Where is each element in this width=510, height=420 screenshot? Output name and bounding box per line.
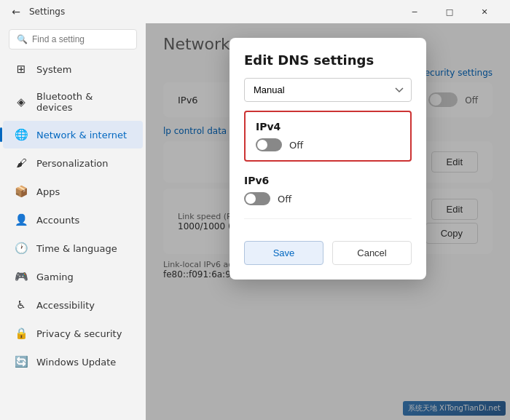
modal-body: IPv4 Off IPv6 Off (230, 111, 426, 241)
modal-footer: Save Cancel (230, 241, 426, 280)
main-layout: 🔍 ⊞ System ◈ Bluetooth & devices 🌐 Netwo… (0, 23, 510, 420)
sidebar-item-time[interactable]: 🕐 Time & language (3, 234, 143, 262)
time-icon: 🕐 (15, 242, 28, 255)
sidebar-item-label: Accessibility (36, 300, 95, 311)
save-button[interactable]: Save (244, 241, 323, 265)
sidebar-item-network[interactable]: 🌐 Network & internet (3, 121, 143, 148)
sidebar-item-update[interactable]: 🔄 Windows Update (3, 348, 143, 376)
close-button[interactable]: ✕ (468, 0, 501, 23)
sidebar-item-personalization[interactable]: 🖌 Personalization (3, 149, 143, 177)
ipv4-toggle[interactable] (256, 138, 282, 151)
ipv6-dns-toggle[interactable] (244, 192, 270, 205)
ipv6-toggle-row: Off (244, 192, 412, 205)
privacy-icon: 🔒 (15, 327, 28, 340)
sidebar-item-privacy[interactable]: 🔒 Privacy & security (3, 320, 143, 347)
search-input[interactable] (32, 34, 129, 44)
sidebar-item-label: Bluetooth & devices (36, 91, 131, 113)
search-box[interactable]: 🔍 (9, 29, 137, 49)
sidebar-item-system[interactable]: ⊞ System (3, 55, 143, 83)
cancel-button[interactable]: Cancel (332, 241, 412, 265)
back-button[interactable]: ← (9, 4, 23, 19)
network-icon: 🌐 (15, 128, 28, 141)
system-icon: ⊞ (15, 63, 28, 76)
sidebar-item-label: Time & language (36, 243, 117, 254)
modal-header: Edit DNS settings Manual Automatic (DHCP… (230, 38, 426, 111)
sidebar-item-accessibility[interactable]: ♿ Accessibility (3, 291, 143, 319)
modal-title: Edit DNS settings (244, 52, 412, 68)
sidebar-item-label: Accounts (36, 215, 79, 226)
sidebar-item-label: Apps (36, 186, 60, 197)
ipv4-toggle-label: Off (289, 140, 303, 151)
app-title: Settings (29, 7, 65, 17)
sidebar-item-label: Privacy & security (36, 328, 122, 339)
sidebar-item-bluetooth[interactable]: ◈ Bluetooth & devices (3, 84, 143, 120)
sidebar-item-gaming[interactable]: 🎮 Gaming (3, 263, 143, 290)
ipv4-toggle-row: Off (256, 138, 400, 151)
ipv6-dns-toggle-label: Off (278, 194, 291, 205)
sidebar-item-label: Personalization (36, 158, 109, 169)
minimize-button[interactable]: ─ (398, 0, 431, 23)
ipv6-section: IPv6 Off (244, 172, 412, 208)
modal-divider (244, 218, 412, 219)
accounts-icon: 👤 (15, 213, 28, 226)
ipv6-dns-title: IPv6 (244, 175, 412, 186)
update-icon: 🔄 (15, 355, 28, 368)
accessibility-icon: ♿ (15, 298, 28, 312)
bluetooth-icon: ◈ (15, 95, 28, 108)
sidebar-item-label: System (36, 64, 71, 75)
ipv4-title: IPv4 (256, 121, 400, 132)
apps-icon: 📦 (15, 185, 28, 198)
dns-mode-select[interactable]: Manual Automatic (DHCP) (244, 78, 412, 102)
maximize-button[interactable]: □ (433, 0, 466, 23)
ipv4-section: IPv4 Off (244, 111, 412, 162)
content-area: Network & internet > Ethernet d security… (146, 23, 510, 420)
sidebar-item-label: Network & internet (36, 130, 127, 140)
sidebar-item-label: Windows Update (36, 357, 116, 368)
sidebar-item-accounts[interactable]: 👤 Accounts (3, 206, 143, 234)
gaming-icon: 🎮 (15, 270, 28, 283)
window-controls: ─ □ ✕ (398, 0, 501, 23)
sidebar-item-label: Gaming (36, 272, 74, 282)
sidebar-item-apps[interactable]: 📦 Apps (3, 178, 143, 205)
sidebar: 🔍 ⊞ System ◈ Bluetooth & devices 🌐 Netwo… (0, 23, 146, 420)
edit-dns-modal: Edit DNS settings Manual Automatic (DHCP… (230, 38, 426, 280)
personalization-icon: 🖌 (15, 156, 28, 170)
title-bar: ← Settings ─ □ ✕ (0, 0, 510, 23)
search-icon: 🔍 (17, 34, 28, 44)
modal-overlay: Edit DNS settings Manual Automatic (DHCP… (146, 23, 510, 420)
